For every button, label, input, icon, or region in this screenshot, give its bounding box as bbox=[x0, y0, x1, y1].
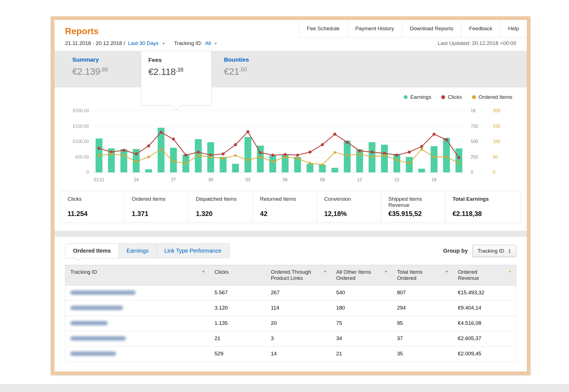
caret-down-icon[interactable]: ▾ bbox=[215, 41, 217, 46]
table-row[interactable]: 529142135€2.009,45 bbox=[65, 346, 516, 361]
clicks-point[interactable] bbox=[346, 141, 349, 144]
clicks-point[interactable] bbox=[184, 154, 188, 157]
tab-summary[interactable]: Summary €2.139,88 bbox=[65, 51, 136, 87]
tab-earnings[interactable]: Earnings bbox=[119, 244, 157, 258]
legend-item-clicks[interactable]: Clicks bbox=[441, 94, 462, 100]
clicks-point[interactable] bbox=[246, 130, 249, 133]
clicks-point[interactable] bbox=[159, 131, 163, 134]
column-header-total-items-ordered[interactable]: Total Items Ordered▾ bbox=[392, 265, 453, 285]
ordered-items-point[interactable] bbox=[458, 162, 460, 164]
group-by-select[interactable]: Tracking ID ▲▼ bbox=[472, 245, 516, 257]
ordered-items-point[interactable] bbox=[259, 156, 262, 158]
earnings-bar[interactable] bbox=[455, 148, 462, 172]
tab-fees[interactable]: Fees €2.118,38 bbox=[141, 51, 212, 106]
ordered-items-point[interactable] bbox=[98, 154, 100, 157]
clicks-point[interactable] bbox=[321, 143, 324, 146]
ordered-items-point[interactable] bbox=[284, 156, 286, 158]
sort-caret-icon[interactable]: ▾ bbox=[509, 269, 511, 274]
ordered-items-point[interactable] bbox=[222, 157, 224, 160]
nav-help[interactable]: Help bbox=[500, 20, 527, 37]
sort-caret-icon[interactable]: ▾ bbox=[324, 269, 326, 274]
ordered-items-point[interactable] bbox=[396, 159, 398, 161]
nav-payment-history[interactable]: Payment History bbox=[347, 20, 402, 37]
ordered-items-point[interactable] bbox=[197, 154, 199, 157]
table-row[interactable]: 3.120114180294€9.404,14 bbox=[65, 301, 516, 316]
column-header-ordered-through-product-links[interactable]: Ordered Through Product Links▾ bbox=[266, 265, 331, 285]
nav-fee-schedule[interactable]: Fee Schedule bbox=[299, 20, 347, 37]
earnings-bar[interactable] bbox=[232, 164, 239, 172]
table-row[interactable]: 2133437€2.605,37 bbox=[65, 331, 516, 346]
ordered-items-point[interactable] bbox=[358, 153, 361, 155]
sort-caret-icon[interactable]: ▾ bbox=[385, 269, 387, 274]
earnings-bar[interactable] bbox=[170, 148, 177, 172]
earnings-bar[interactable] bbox=[393, 154, 400, 172]
ordered-items-point[interactable] bbox=[383, 154, 386, 157]
clicks-point[interactable] bbox=[308, 150, 311, 154]
nav-feedback[interactable]: Feedback bbox=[461, 20, 500, 37]
clicks-point[interactable] bbox=[433, 133, 436, 136]
ordered-items-point[interactable] bbox=[185, 162, 187, 164]
clicks-point[interactable] bbox=[333, 133, 336, 136]
earnings-bar[interactable] bbox=[244, 137, 251, 172]
tab-bounties[interactable]: Bounties €21,50 bbox=[217, 51, 288, 87]
tab-link-type-performance[interactable]: Link Type Performance bbox=[157, 244, 229, 258]
ordered-items-point[interactable] bbox=[346, 154, 348, 157]
caret-down-icon[interactable]: ▾ bbox=[163, 41, 164, 46]
earnings-bar[interactable] bbox=[381, 145, 388, 172]
clicks-point[interactable] bbox=[234, 143, 237, 146]
ordered-items-point[interactable] bbox=[433, 156, 435, 158]
clicks-point[interactable] bbox=[358, 149, 361, 152]
ordered-items-point[interactable] bbox=[123, 154, 125, 157]
column-header-ordered-revenue[interactable]: Ordered Revenue▾ bbox=[453, 265, 516, 285]
clicks-point[interactable] bbox=[457, 156, 460, 159]
ordered-items-point[interactable] bbox=[135, 160, 138, 163]
clicks-point[interactable] bbox=[122, 149, 125, 152]
ordered-items-point[interactable] bbox=[234, 154, 237, 157]
legend-item-ordered-items[interactable]: Ordered Items bbox=[472, 94, 512, 100]
ordered-items-point[interactable] bbox=[408, 162, 411, 164]
table-row[interactable]: 5.567267540807€15.493,32 bbox=[65, 285, 516, 301]
earnings-bar[interactable] bbox=[431, 146, 438, 172]
clicks-point[interactable] bbox=[408, 150, 411, 154]
legend-item-earnings[interactable]: Earnings bbox=[404, 94, 431, 100]
clicks-point[interactable] bbox=[395, 154, 398, 157]
clicks-point[interactable] bbox=[222, 152, 225, 155]
ordered-items-point[interactable] bbox=[271, 160, 274, 163]
earnings-bar[interactable] bbox=[306, 164, 313, 172]
earnings-bar[interactable] bbox=[331, 168, 338, 172]
clicks-point[interactable] bbox=[271, 154, 274, 157]
clicks-point[interactable] bbox=[98, 147, 101, 150]
ordered-items-point[interactable] bbox=[172, 160, 175, 163]
earnings-bar[interactable] bbox=[120, 149, 127, 172]
ordered-items-point[interactable] bbox=[247, 159, 249, 161]
sort-caret-icon[interactable]: ▾ bbox=[446, 269, 448, 274]
ordered-items-point[interactable] bbox=[445, 156, 448, 158]
ordered-items-point[interactable] bbox=[296, 157, 299, 160]
ordered-items-point[interactable] bbox=[334, 151, 336, 154]
tracking-id-dropdown[interactable]: All bbox=[205, 40, 211, 46]
clicks-point[interactable] bbox=[445, 138, 448, 141]
tab-ordered-items[interactable]: Ordered Items bbox=[65, 244, 119, 258]
column-header-all-other-items-ordered[interactable]: All Other Items Ordered▾ bbox=[331, 265, 392, 285]
column-header-tracking-id[interactable]: Tracking ID▾ bbox=[65, 265, 209, 285]
clicks-point[interactable] bbox=[172, 138, 175, 141]
clicks-point[interactable] bbox=[259, 151, 262, 154]
sort-caret-icon[interactable]: ▾ bbox=[203, 269, 205, 274]
clicks-point[interactable] bbox=[135, 152, 138, 155]
ordered-items-point[interactable] bbox=[321, 164, 324, 166]
table-row[interactable]: 1.135207595€4.516,08 bbox=[65, 316, 516, 331]
ordered-items-point[interactable] bbox=[309, 162, 311, 164]
ordered-items-point[interactable] bbox=[148, 156, 150, 158]
clicks-point[interactable] bbox=[284, 153, 287, 156]
earnings-bar[interactable] bbox=[269, 155, 276, 172]
clicks-point[interactable] bbox=[147, 144, 150, 147]
clicks-point[interactable] bbox=[371, 150, 374, 154]
ordered-items-point[interactable] bbox=[209, 156, 212, 158]
ordered-items-point[interactable] bbox=[371, 156, 373, 158]
clicks-point[interactable] bbox=[197, 150, 200, 154]
ordered-items-point[interactable] bbox=[110, 153, 113, 155]
earnings-bar[interactable] bbox=[406, 157, 413, 173]
ordered-items-point[interactable] bbox=[160, 148, 162, 150]
nav-download-reports[interactable]: Download Reports bbox=[402, 20, 461, 37]
earnings-bar[interactable] bbox=[418, 169, 425, 172]
